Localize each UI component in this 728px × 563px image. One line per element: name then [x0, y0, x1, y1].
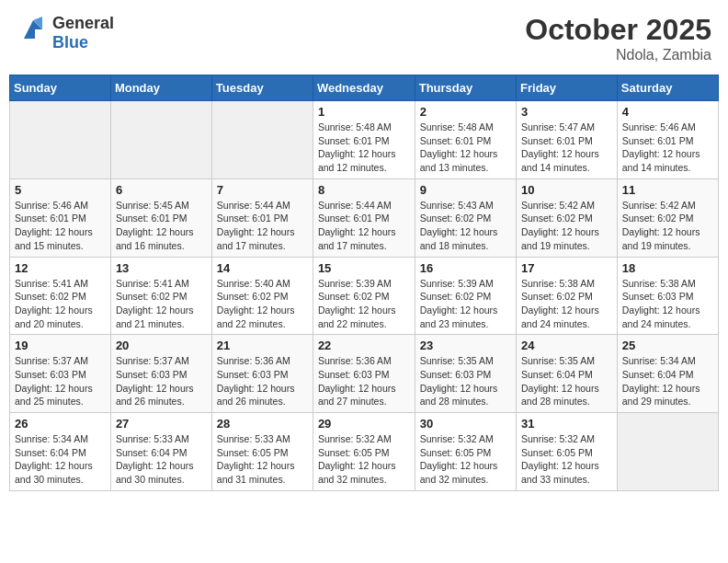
day-info: Sunrise: 5:43 AM Sunset: 6:02 PM Dayligh…	[420, 199, 511, 253]
day-number: 24	[521, 339, 612, 352]
day-number: 13	[116, 261, 207, 275]
weekday-header-wednesday: Wednesday	[313, 75, 415, 101]
day-info: Sunrise: 5:42 AM Sunset: 6:02 PM Dayligh…	[622, 199, 713, 253]
day-number: 7	[217, 183, 308, 197]
day-info: Sunrise: 5:48 AM Sunset: 6:01 PM Dayligh…	[420, 121, 511, 175]
day-info: Sunrise: 5:44 AM Sunset: 6:01 PM Dayligh…	[318, 199, 410, 253]
calendar-cell: 18Sunrise: 5:38 AM Sunset: 6:03 PM Dayli…	[617, 257, 718, 335]
day-number: 29	[318, 417, 410, 431]
logo-blue: Blue	[52, 33, 114, 52]
day-number: 15	[318, 261, 410, 275]
calendar-cell	[10, 101, 111, 179]
day-info: Sunrise: 5:41 AM Sunset: 6:02 PM Dayligh…	[15, 277, 106, 331]
logo: General Blue	[17, 13, 114, 52]
title-section: October 2025 Ndola, Zambia	[525, 13, 711, 63]
day-info: Sunrise: 5:37 AM Sunset: 6:03 PM Dayligh…	[15, 354, 106, 408]
day-info: Sunrise: 5:35 AM Sunset: 6:04 PM Dayligh…	[521, 354, 612, 408]
weekday-header-tuesday: Tuesday	[211, 75, 313, 101]
calendar-cell: 22Sunrise: 5:36 AM Sunset: 6:03 PM Dayli…	[313, 335, 415, 413]
day-number: 30	[420, 417, 511, 431]
day-number: 17	[521, 261, 612, 275]
calendar-cell: 11Sunrise: 5:42 AM Sunset: 6:02 PM Dayli…	[617, 178, 718, 257]
day-info: Sunrise: 5:33 AM Sunset: 6:04 PM Dayligh…	[116, 432, 207, 487]
calendar-cell: 15Sunrise: 5:39 AM Sunset: 6:02 PM Dayli…	[313, 257, 415, 335]
weekday-header-row: SundayMondayTuesdayWednesdayThursdayFrid…	[10, 75, 719, 101]
calendar-cell: 14Sunrise: 5:40 AM Sunset: 6:02 PM Dayli…	[211, 257, 313, 335]
calendar-cell	[110, 101, 211, 179]
calendar-week-4: 19Sunrise: 5:37 AM Sunset: 6:03 PM Dayli…	[10, 335, 719, 413]
day-number: 2	[420, 105, 511, 119]
calendar-cell: 27Sunrise: 5:33 AM Sunset: 6:04 PM Dayli…	[110, 413, 211, 491]
weekday-header-sunday: Sunday	[10, 75, 111, 101]
calendar-cell: 9Sunrise: 5:43 AM Sunset: 6:02 PM Daylig…	[415, 178, 516, 257]
day-number: 14	[217, 261, 308, 275]
day-number: 18	[622, 261, 713, 275]
day-info: Sunrise: 5:35 AM Sunset: 6:03 PM Dayligh…	[420, 354, 511, 408]
day-number: 27	[116, 417, 207, 431]
day-info: Sunrise: 5:37 AM Sunset: 6:03 PM Dayligh…	[116, 354, 207, 408]
calendar-cell: 30Sunrise: 5:32 AM Sunset: 6:05 PM Dayli…	[415, 413, 516, 491]
day-number: 20	[116, 339, 207, 352]
day-number: 22	[318, 339, 410, 352]
calendar-cell: 20Sunrise: 5:37 AM Sunset: 6:03 PM Dayli…	[110, 335, 211, 413]
day-info: Sunrise: 5:33 AM Sunset: 6:05 PM Dayligh…	[217, 432, 308, 487]
calendar-cell: 26Sunrise: 5:34 AM Sunset: 6:04 PM Dayli…	[10, 413, 111, 491]
calendar-week-5: 26Sunrise: 5:34 AM Sunset: 6:04 PM Dayli…	[10, 413, 719, 491]
day-info: Sunrise: 5:36 AM Sunset: 6:03 PM Dayligh…	[318, 354, 410, 408]
day-number: 16	[420, 261, 511, 275]
weekday-header-thursday: Thursday	[415, 75, 516, 101]
day-info: Sunrise: 5:47 AM Sunset: 6:01 PM Dayligh…	[521, 121, 612, 175]
weekday-header-friday: Friday	[517, 75, 618, 101]
day-number: 21	[217, 339, 308, 352]
logo-general: General	[52, 14, 114, 33]
day-info: Sunrise: 5:39 AM Sunset: 6:02 PM Dayligh…	[420, 277, 511, 331]
calendar-cell: 8Sunrise: 5:44 AM Sunset: 6:01 PM Daylig…	[313, 178, 415, 257]
calendar-cell: 16Sunrise: 5:39 AM Sunset: 6:02 PM Dayli…	[415, 257, 516, 335]
calendar-cell: 25Sunrise: 5:34 AM Sunset: 6:04 PM Dayli…	[617, 335, 718, 413]
calendar-cell: 2Sunrise: 5:48 AM Sunset: 6:01 PM Daylig…	[415, 101, 516, 179]
calendar-cell: 12Sunrise: 5:41 AM Sunset: 6:02 PM Dayli…	[10, 257, 111, 335]
day-info: Sunrise: 5:40 AM Sunset: 6:02 PM Dayligh…	[217, 277, 308, 331]
day-number: 23	[420, 339, 511, 352]
day-info: Sunrise: 5:32 AM Sunset: 6:05 PM Dayligh…	[521, 432, 612, 487]
page-header: General Blue October 2025 Ndola, Zambia	[9, 9, 719, 67]
day-info: Sunrise: 5:32 AM Sunset: 6:05 PM Dayligh…	[420, 432, 511, 487]
day-number: 26	[15, 417, 106, 431]
calendar-cell: 3Sunrise: 5:47 AM Sunset: 6:01 PM Daylig…	[517, 101, 618, 179]
month-title: October 2025	[525, 13, 711, 47]
day-info: Sunrise: 5:44 AM Sunset: 6:01 PM Dayligh…	[217, 199, 308, 253]
calendar-cell: 21Sunrise: 5:36 AM Sunset: 6:03 PM Dayli…	[211, 335, 313, 413]
calendar-cell: 17Sunrise: 5:38 AM Sunset: 6:02 PM Dayli…	[517, 257, 618, 335]
calendar-week-3: 12Sunrise: 5:41 AM Sunset: 6:02 PM Dayli…	[10, 257, 719, 335]
calendar-cell: 29Sunrise: 5:32 AM Sunset: 6:05 PM Dayli…	[313, 413, 415, 491]
calendar-week-2: 5Sunrise: 5:46 AM Sunset: 6:01 PM Daylig…	[10, 178, 719, 257]
day-number: 28	[217, 417, 308, 431]
calendar-cell	[211, 101, 313, 179]
calendar-cell: 19Sunrise: 5:37 AM Sunset: 6:03 PM Dayli…	[10, 335, 111, 413]
calendar-table: SundayMondayTuesdayWednesdayThursdayFrid…	[9, 75, 719, 491]
day-number: 31	[521, 417, 612, 431]
logo-text: General Blue	[52, 14, 114, 52]
day-number: 12	[15, 261, 106, 275]
calendar-week-1: 1Sunrise: 5:48 AM Sunset: 6:01 PM Daylig…	[10, 101, 719, 179]
calendar-cell: 28Sunrise: 5:33 AM Sunset: 6:05 PM Dayli…	[211, 413, 313, 491]
day-info: Sunrise: 5:39 AM Sunset: 6:02 PM Dayligh…	[318, 277, 410, 331]
day-info: Sunrise: 5:38 AM Sunset: 6:03 PM Dayligh…	[622, 277, 713, 331]
day-info: Sunrise: 5:34 AM Sunset: 6:04 PM Dayligh…	[622, 354, 713, 408]
day-info: Sunrise: 5:36 AM Sunset: 6:03 PM Dayligh…	[217, 354, 308, 408]
calendar-cell: 13Sunrise: 5:41 AM Sunset: 6:02 PM Dayli…	[110, 257, 211, 335]
day-number: 8	[318, 183, 410, 197]
calendar-cell: 1Sunrise: 5:48 AM Sunset: 6:01 PM Daylig…	[313, 101, 415, 179]
day-number: 3	[521, 105, 612, 119]
day-info: Sunrise: 5:38 AM Sunset: 6:02 PM Dayligh…	[521, 277, 612, 331]
day-number: 4	[622, 105, 713, 119]
weekday-header-monday: Monday	[110, 75, 211, 101]
day-number: 10	[521, 183, 612, 197]
logo-icon	[17, 13, 50, 52]
day-info: Sunrise: 5:45 AM Sunset: 6:01 PM Dayligh…	[116, 199, 207, 253]
calendar-cell: 4Sunrise: 5:46 AM Sunset: 6:01 PM Daylig…	[617, 101, 718, 179]
day-number: 6	[116, 183, 207, 197]
day-info: Sunrise: 5:42 AM Sunset: 6:02 PM Dayligh…	[521, 199, 612, 253]
calendar-cell: 6Sunrise: 5:45 AM Sunset: 6:01 PM Daylig…	[110, 178, 211, 257]
location: Ndola, Zambia	[525, 47, 711, 63]
